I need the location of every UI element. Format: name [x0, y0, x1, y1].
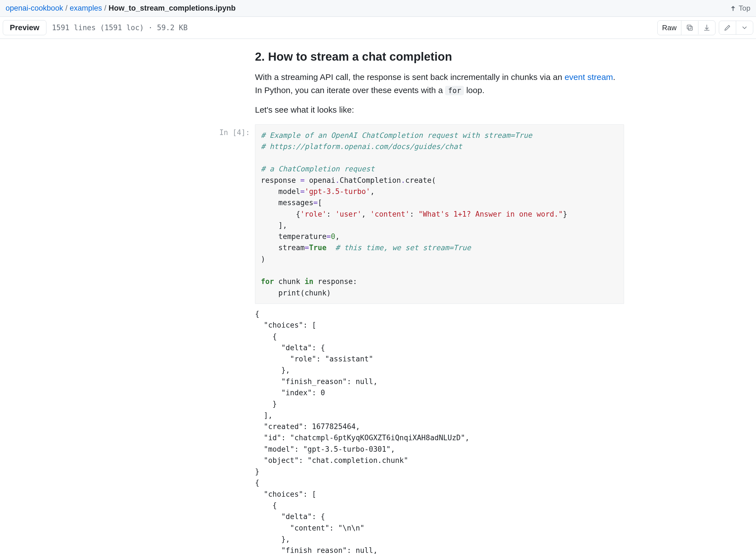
code-comment: # this time, we set stream=True — [335, 243, 471, 252]
code-token: chunk — [274, 277, 305, 286]
code-cell: In [4]: # Example of an OpenAI ChatCompl… — [132, 124, 624, 304]
code-token: { — [261, 210, 300, 218]
code-token: response — [261, 176, 300, 184]
code-comment: # https://platform.openai.com/docs/guide… — [261, 142, 462, 151]
code-token: . — [335, 176, 340, 184]
cell-prompt: In [4]: — [132, 124, 255, 137]
preview-button[interactable]: Preview — [3, 20, 46, 35]
code-token: model — [261, 187, 300, 196]
toolbar-right: Raw — [657, 20, 753, 35]
code-token: , — [370, 187, 375, 196]
svg-rect-1 — [687, 25, 691, 29]
code-pre: # Example of an OpenAI ChatCompletion re… — [261, 130, 618, 298]
code-token: ChatCompletion — [340, 176, 401, 184]
code-token: "What's 1+1? Answer in one word." — [419, 210, 563, 218]
code-token: } — [563, 210, 567, 218]
code-token: 'gpt-3.5-turbo' — [305, 187, 370, 196]
paragraph-intro: With a streaming API call, the response … — [132, 71, 624, 97]
code-token: stream — [261, 243, 305, 252]
code-token: response: — [313, 277, 357, 286]
para-text: loop. — [464, 86, 484, 95]
code-token: 0 — [331, 232, 335, 241]
code-token: : — [327, 210, 335, 218]
code-token: 'role' — [300, 210, 327, 218]
output-block: { "choices": [ { "delta": { "role": "ass… — [255, 308, 624, 554]
code-token — [327, 243, 335, 252]
section-heading: 2. How to stream a chat completion — [132, 50, 624, 63]
code-token: [ — [318, 199, 322, 207]
breadcrumb-file: How_to_stream_completions.ipynb — [108, 4, 236, 13]
breadcrumb-folder[interactable]: examples — [70, 4, 102, 13]
copy-icon — [686, 24, 694, 32]
code-token: . — [401, 176, 406, 184]
breadcrumb-sep: / — [65, 4, 68, 13]
code-token: print(chunk) — [261, 289, 331, 297]
code-token: , — [335, 232, 340, 241]
code-token: = — [313, 199, 318, 207]
code-token: 'content' — [370, 210, 410, 218]
code-token: in — [305, 277, 313, 286]
file-toolbar: Preview 1591 lines (1591 loc) · 59.2 KB … — [0, 17, 756, 39]
code-token: 'user' — [335, 210, 362, 218]
code-token: = — [305, 243, 309, 252]
inline-code-for: for — [445, 86, 464, 95]
breadcrumb: openai-cookbook / examples / How_to_stre… — [6, 4, 236, 13]
code-token: temperature — [261, 232, 327, 241]
edit-button[interactable] — [719, 21, 736, 35]
arrow-up-icon — [730, 5, 737, 12]
code-token: messages — [261, 199, 313, 207]
pencil-icon — [723, 24, 732, 32]
output-cell: { "choices": [ { "delta": { "role": "ass… — [132, 308, 624, 554]
breadcrumb-bar: openai-cookbook / examples / How_to_stre… — [0, 0, 756, 17]
code-token: = — [327, 232, 331, 241]
download-icon — [703, 24, 711, 32]
code-token: ], — [261, 221, 287, 229]
code-comment: # a ChatCompletion request — [261, 165, 375, 173]
event-stream-link[interactable]: event stream — [564, 72, 613, 81]
svg-rect-0 — [688, 26, 692, 30]
code-token: create( — [406, 176, 436, 184]
raw-button-group: Raw — [657, 20, 715, 35]
code-token: True — [309, 243, 327, 252]
download-button[interactable] — [698, 21, 715, 35]
copy-button[interactable] — [681, 21, 698, 35]
toolbar-left: Preview 1591 lines (1591 loc) · 59.2 KB — [3, 20, 187, 35]
top-link-label: Top — [739, 4, 750, 13]
breadcrumb-repo[interactable]: openai-cookbook — [6, 4, 63, 13]
raw-button[interactable]: Raw — [658, 21, 681, 35]
file-meta: 1591 lines (1591 loc) · 59.2 KB — [52, 23, 187, 32]
para-text: With a streaming API call, the response … — [255, 72, 564, 81]
breadcrumb-sep: / — [104, 4, 107, 13]
code-token: , — [362, 210, 370, 218]
code-token: = — [300, 176, 305, 184]
code-block: # Example of an OpenAI ChatCompletion re… — [255, 124, 624, 304]
edit-button-group — [719, 21, 753, 35]
code-token: : — [410, 210, 418, 218]
code-token: ) — [261, 255, 265, 263]
more-actions-button[interactable] — [736, 21, 753, 35]
code-token: openai — [305, 176, 335, 184]
output-prompt-spacer — [132, 308, 255, 312]
chevron-down-icon — [741, 24, 748, 32]
code-comment: # Example of an OpenAI ChatCompletion re… — [261, 131, 532, 140]
code-token: = — [300, 187, 305, 196]
top-link[interactable]: Top — [730, 4, 750, 13]
paragraph-lead: Let's see what it looks like: — [132, 103, 624, 117]
notebook-content: 2. How to stream a chat completion With … — [132, 39, 624, 554]
code-token: for — [261, 277, 274, 286]
